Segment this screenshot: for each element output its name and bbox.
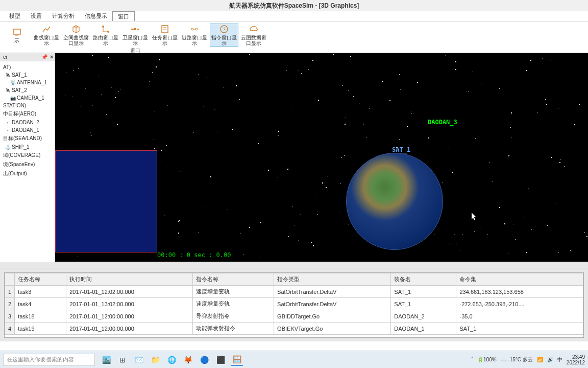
ribbon-chart-button[interactable]: 曲线窗口显示 bbox=[32, 24, 61, 47]
mail-icon[interactable]: ✉️ bbox=[133, 354, 145, 366]
tree-item[interactable]: 🛰SAT_2 bbox=[1, 86, 54, 94]
menu-窗口[interactable]: 窗口 bbox=[112, 11, 135, 21]
weather-widget-icon[interactable]: 🏙️ bbox=[100, 354, 112, 366]
tgt-icon: ◦ bbox=[5, 128, 10, 133]
title-bar: 航天器系统仿真软件SpaceSim - [3D Graphics] bbox=[0, 0, 588, 11]
ribbon-clock-button[interactable]: 指令窗口显示 bbox=[210, 24, 238, 47]
tray-up-icon[interactable]: ˆ bbox=[472, 357, 473, 362]
tree-item[interactable]: 出(Output) bbox=[1, 169, 54, 178]
app-icon[interactable]: ⬛ bbox=[214, 354, 227, 366]
scene-tree: AT)🛰SAT_1📡ANTENNA_1🛰SAT_2📷CAMERA_1STATIO… bbox=[0, 61, 55, 180]
tree-item[interactable]: ◦DAODAN_2 bbox=[1, 119, 54, 126]
timecode-display: 00:00 : 0 sec : 0.00 bbox=[157, 251, 231, 259]
menu-模型[interactable]: 模型 bbox=[4, 11, 26, 21]
sat-icon: 🛰 bbox=[5, 88, 10, 93]
ant-icon: 📡 bbox=[10, 80, 15, 85]
col-header[interactable]: 装备名 bbox=[391, 273, 456, 286]
tree-item[interactable]: ◦DAODAN_1 bbox=[1, 126, 54, 134]
taskbar-clock[interactable]: 23:49 2022/12 bbox=[567, 354, 585, 365]
inset-panel bbox=[55, 150, 157, 252]
ribbon-link-button[interactable]: 链路窗口显示 bbox=[180, 24, 209, 47]
ime-icon[interactable]: 中 bbox=[557, 356, 562, 363]
task-icon bbox=[160, 25, 169, 34]
cam-icon: 📷 bbox=[10, 96, 15, 101]
cloud-icon bbox=[249, 25, 258, 34]
windows-taskbar: 在这里输入你要搜索的内容 🏙️ ⊞ ✉️ 📁 🌐 🦊 🔵 ⬛ 🪟 ˆ 🔋100%… bbox=[0, 351, 588, 368]
taskbar-search[interactable]: 在这里输入你要搜索的内容 bbox=[3, 354, 95, 366]
tree-item[interactable]: 目标(SEA/LAND) bbox=[1, 134, 54, 143]
ribbon-toolbar: 示曲线窗口显示空间曲线窗口显示路由窗口显示卫星窗口显示任务窗口显示链路窗口显示指… bbox=[0, 21, 588, 53]
svg-point-10 bbox=[191, 28, 193, 30]
explorer-icon[interactable]: 📁 bbox=[149, 354, 161, 366]
svg-point-2 bbox=[102, 26, 104, 28]
chart-icon bbox=[42, 25, 51, 34]
link-icon bbox=[190, 25, 199, 34]
col-header[interactable]: 指令类型 bbox=[274, 273, 391, 286]
task-view-icon[interactable]: ⊞ bbox=[116, 354, 129, 366]
side-panel: er 📌 ✕ AT)🛰SAT_1📡ANTENNA_1🛰SAT_2📷CAMERA_… bbox=[0, 53, 55, 262]
object-label: SAT_1 bbox=[392, 146, 410, 153]
table-row[interactable]: 1task32017-01-01_12:02:00.000速度增量变轨SatOr… bbox=[5, 286, 583, 298]
row-header bbox=[5, 273, 15, 286]
menu-信息显示[interactable]: 信息显示 bbox=[80, 11, 112, 21]
tgt-icon: ◦ bbox=[5, 120, 10, 125]
battery-icon[interactable]: 🔋100% bbox=[477, 357, 497, 362]
3d-viewport[interactable]: DAODAN_3SAT_1 00:00 : 0 sec : 0.00 bbox=[55, 53, 588, 262]
svg-point-3 bbox=[107, 31, 109, 33]
svg-point-11 bbox=[195, 28, 198, 30]
table-row[interactable]: 3task182017-01-01_12:00:00.000导弹发射指令GBID… bbox=[5, 310, 583, 323]
cursor-icon bbox=[472, 213, 478, 221]
sat-icon: 🛰 bbox=[5, 73, 10, 78]
command-table[interactable]: 任务名称执行时间指令名称指令类型装备名命令集 1task32017-01-01_… bbox=[5, 273, 583, 335]
menu-bar: 模型设置计算分析信息显示窗口 bbox=[0, 11, 588, 21]
tree-item[interactable]: 🛰SAT_1 bbox=[1, 71, 54, 79]
ship-icon: ⚓ bbox=[5, 145, 10, 150]
ribbon-screen-button[interactable]: 示 bbox=[3, 24, 31, 47]
network-icon[interactable]: 📶 bbox=[537, 357, 543, 362]
spacesim-taskbar-icon[interactable]: 🪟 bbox=[231, 354, 243, 366]
tree-item[interactable]: 📡ANTENNA_1 bbox=[1, 79, 54, 86]
sat-icon bbox=[131, 25, 140, 34]
svg-rect-6 bbox=[137, 29, 139, 30]
ribbon-sat-button[interactable]: 卫星窗口显示 bbox=[121, 24, 150, 47]
svg-rect-4 bbox=[134, 28, 136, 30]
tree-item[interactable]: ⚓SHIP_1 bbox=[1, 143, 54, 151]
tree-item[interactable]: 中目标(AERO) bbox=[1, 109, 54, 119]
pin-icon[interactable]: 📌 bbox=[41, 54, 47, 60]
col-header[interactable]: 指令名称 bbox=[192, 273, 274, 286]
tree-item[interactable]: 域(COVERAGE) bbox=[1, 151, 54, 160]
object-label: DAODAN_3 bbox=[428, 119, 457, 126]
svg-rect-0 bbox=[13, 29, 20, 34]
tree-item[interactable]: 境(SpaceEnv) bbox=[1, 160, 54, 169]
ribbon-route-button[interactable]: 路由窗口显示 bbox=[91, 24, 120, 47]
menu-设置[interactable]: 设置 bbox=[26, 11, 47, 21]
task-table-panel: 任务名称执行时间指令名称指令类型装备名命令集 1task32017-01-01_… bbox=[0, 268, 588, 341]
route-icon bbox=[101, 25, 110, 34]
svg-line-15 bbox=[224, 29, 226, 30]
col-header[interactable]: 任务名称 bbox=[15, 273, 66, 286]
weather-tray[interactable]: ☁️ -15°C 多云 bbox=[501, 356, 533, 363]
ribbon-cloud-button[interactable]: 云图数据窗口显示 bbox=[239, 24, 268, 47]
screen-icon bbox=[12, 28, 21, 37]
edge-icon[interactable]: 🌐 bbox=[165, 354, 178, 366]
table-row[interactable]: 2task42017-01-01_13:02:00.000速度增量变轨SatOr… bbox=[5, 298, 583, 310]
tree-item[interactable]: 📷CAMERA_1 bbox=[1, 94, 54, 102]
edge2-icon[interactable]: 🔵 bbox=[198, 354, 210, 366]
ribbon-task-button[interactable]: 任务窗口显示 bbox=[151, 24, 179, 47]
panel-header: er 📌 ✕ bbox=[0, 53, 55, 61]
sound-icon[interactable]: 🔊 bbox=[547, 357, 553, 362]
col-header[interactable]: 执行时间 bbox=[66, 273, 192, 286]
close-panel-icon[interactable]: ✕ bbox=[50, 54, 54, 60]
svg-rect-5 bbox=[131, 29, 134, 30]
tree-item[interactable]: AT) bbox=[1, 63, 54, 71]
tree-item[interactable]: STATION) bbox=[1, 102, 54, 109]
menu-计算分析[interactable]: 计算分析 bbox=[47, 11, 80, 21]
col-header[interactable]: 命令集 bbox=[456, 273, 583, 286]
cube-icon bbox=[71, 25, 81, 34]
table-row[interactable]: 4task192017-01-01_12:00:00.000动能弹发射指令GBI… bbox=[5, 323, 583, 335]
earth-globe bbox=[346, 153, 443, 250]
firefox-icon[interactable]: 🦊 bbox=[182, 354, 194, 366]
ribbon-cube-button[interactable]: 空间曲线窗口显示 bbox=[62, 24, 90, 47]
clock-icon bbox=[219, 25, 229, 34]
